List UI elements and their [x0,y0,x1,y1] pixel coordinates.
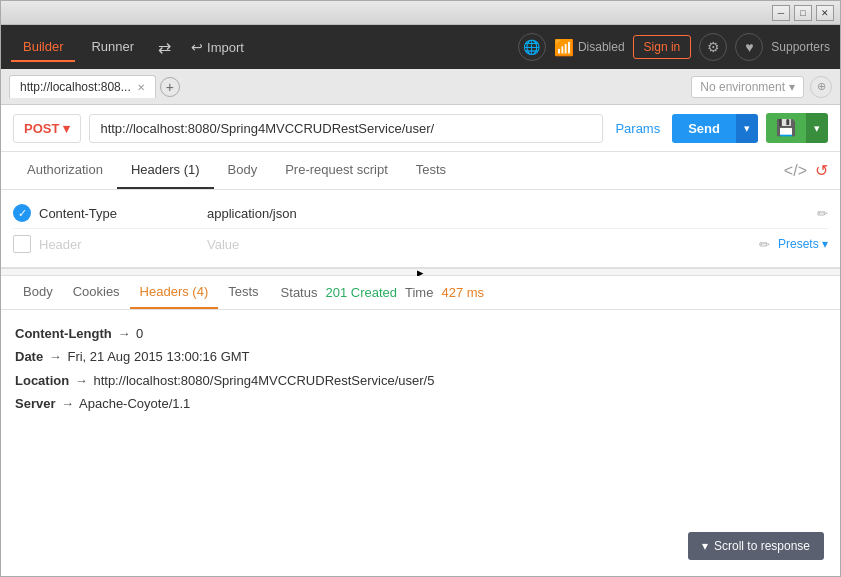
nav-right: 🌐 📶 Disabled Sign in ⚙ ♥ Supporters [518,33,830,61]
header-placeholder-value: Value [207,237,751,252]
tab-headers[interactable]: Headers (1) [117,152,214,189]
time-value: 427 ms [441,285,484,300]
sync-icon: ⇄ [158,38,171,57]
nav-icon-btn-sync[interactable]: ⇄ [150,34,179,61]
nav-tab-runner[interactable]: Runner [79,33,146,62]
request-tab-label: http://localhost:808... [20,80,131,94]
response-header-key-1: Date [15,349,43,364]
signal-icon: 📶 [554,38,574,57]
method-selector[interactable]: POST ▾ [13,114,81,143]
signal-indicator: 📶 Disabled [554,38,625,57]
header-key: Content-Type [39,206,199,221]
gear-icon-button[interactable]: ⚙ [699,33,727,61]
env-icon-button[interactable]: ⊕ [810,76,832,98]
method-label: POST [24,121,59,136]
presets-button[interactable]: Presets ▾ [778,237,828,251]
request-bar: POST ▾ Params Send ▾ 💾 ▾ [1,105,840,152]
tab-pre-request[interactable]: Pre-request script [271,152,402,189]
send-button[interactable]: Send [672,114,736,143]
response-wrapper: Body Cookies Headers (4) Tests Status 20… [1,276,840,576]
response-header-value-1: Fri, 21 Aug 2015 13:00:16 GMT [67,349,249,364]
presets-label: Presets [778,237,819,251]
scroll-to-response-container: ▾ Scroll to response [688,532,824,560]
header-row-content-type: ✓ Content-Type application/json ✏ [13,198,828,229]
header-placeholder-edit-icon: ✏ [759,237,770,252]
response-area: Body Cookies Headers (4) Tests Status 20… [1,276,840,576]
response-header-value-3: Apache-Coyote/1.1 [79,396,190,411]
panel-resizer[interactable]: ▸ [1,268,840,276]
response-tab-tests[interactable]: Tests [218,276,268,309]
save-group: 💾 ▾ [766,113,828,143]
scroll-btn-label: Scroll to response [714,539,810,553]
params-button[interactable]: Params [611,121,664,136]
response-header-line-2: Location → http://localhost:8080/Spring4… [15,369,826,392]
nav-tab-builder[interactable]: Builder [11,33,75,62]
response-header-line-1: Date → Fri, 21 Aug 2015 13:00:16 GMT [15,345,826,368]
nav-bar: Builder Runner ⇄ ↩ Import 🌐 📶 Disabled S… [1,25,840,69]
main-window: ─ □ ✕ Builder Runner ⇄ ↩ Import 🌐 📶 Disa… [0,0,841,577]
title-bar-controls: ─ □ ✕ [772,5,834,21]
nav-import-btn[interactable]: ↩ Import [183,35,252,59]
close-button[interactable]: ✕ [816,5,834,21]
url-input[interactable] [89,114,603,143]
status-label: Status [281,285,318,300]
response-tabs-row: Body Cookies Headers (4) Tests Status 20… [1,276,840,310]
response-tab-cookies[interactable]: Cookies [63,276,130,309]
method-dropdown-icon: ▾ [63,121,70,136]
scroll-chevron-icon: ▾ [702,539,708,553]
status-area: Status 201 Created Time 427 ms [281,285,484,300]
header-placeholder-row: Header Value ✏ Presets ▾ [13,229,828,259]
refresh-icon[interactable]: ↺ [815,161,828,180]
response-header-value-0: 0 [136,326,143,341]
request-tabs-row: Authorization Headers (1) Body Pre-reque… [1,152,840,190]
env-label: No environment [700,80,785,94]
tab-add-button[interactable]: + [160,77,180,97]
header-edit-icon[interactable]: ✏ [817,206,828,221]
minimize-button[interactable]: ─ [772,5,790,21]
import-icon: ↩ [191,39,203,55]
maximize-button[interactable]: □ [794,5,812,21]
request-tab[interactable]: http://localhost:808... ✕ [9,75,156,98]
presets-dropdown-icon: ▾ [822,237,828,251]
sign-in-button[interactable]: Sign in [633,35,692,59]
globe-icon-button[interactable]: 🌐 [518,33,546,61]
save-button[interactable]: 💾 [766,113,806,143]
response-header-key-3: Server [15,396,55,411]
status-value: 201 Created [325,285,397,300]
heart-icon-button[interactable]: ♥ [735,33,763,61]
time-label: Time [405,285,433,300]
header-placeholder-key: Header [39,237,199,252]
response-header-arrow-3: → [61,396,74,411]
header-value: application/json [207,206,809,221]
response-header-line-3: Server → Apache-Coyote/1.1 [15,392,826,415]
tab-bar: http://localhost:808... ✕ + No environme… [1,69,840,105]
save-dropdown-button[interactable]: ▾ [806,113,828,143]
response-header-arrow-2: → [75,373,88,388]
response-header-key-0: Content-Length [15,326,112,341]
send-group: Send ▾ [672,114,758,143]
header-enabled-check[interactable]: ✓ [13,204,31,222]
response-header-arrow-0: → [117,326,130,341]
response-header-line-0: Content-Length → 0 [15,322,826,345]
title-bar: ─ □ ✕ [1,1,840,25]
scroll-to-response-button[interactable]: ▾ Scroll to response [688,532,824,560]
env-selector[interactable]: No environment ▾ [691,76,804,98]
tab-authorization[interactable]: Authorization [13,152,117,189]
tab-bar-right: No environment ▾ ⊕ [691,76,832,98]
headers-area: ✓ Content-Type application/json ✏ Header… [1,190,840,268]
send-dropdown-button[interactable]: ▾ [736,114,758,143]
env-dropdown-icon: ▾ [789,80,795,94]
tabs-right: </> ↺ [784,161,828,180]
import-label: Import [207,40,244,55]
response-header-value-2: http://localhost:8080/Spring4MVCCRUDRest… [93,373,434,388]
code-icon[interactable]: </> [784,162,807,180]
tab-body[interactable]: Body [214,152,272,189]
supporters-label: Supporters [771,40,830,54]
response-tab-headers[interactable]: Headers (4) [130,276,219,309]
response-tab-body[interactable]: Body [13,276,63,309]
disabled-label: Disabled [578,40,625,54]
header-add-check[interactable] [13,235,31,253]
tab-close-icon[interactable]: ✕ [137,82,145,93]
response-header-arrow-1: → [49,349,62,364]
tab-tests[interactable]: Tests [402,152,460,189]
